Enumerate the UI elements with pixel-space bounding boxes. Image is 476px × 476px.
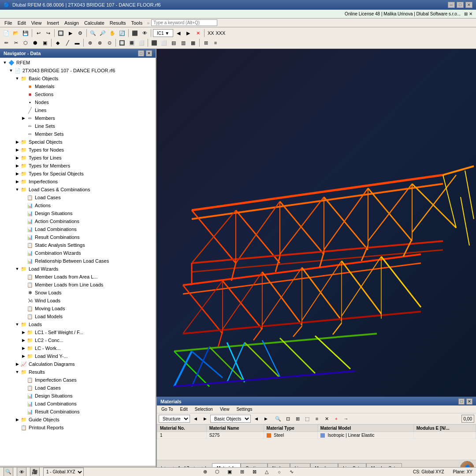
status-tool2[interactable]: ⬡ bbox=[213, 468, 222, 476]
table-row[interactable]: 1 S275 Steel Isotropic | Linear Elastic bbox=[157, 432, 476, 439]
view2[interactable]: ⬜ bbox=[160, 38, 168, 47]
tree-item-line-sets[interactable]: ✏ Line Sets bbox=[0, 122, 156, 130]
tree-item-combination-wizards[interactable]: 📊 Combination Wizards bbox=[0, 249, 156, 257]
tree-item-results[interactable]: ▼ 📁 Results bbox=[0, 368, 156, 376]
tree-item-members[interactable]: ▶ ✏ Members bbox=[0, 114, 156, 122]
tree-item-project[interactable]: ▼ 📄 2TX043 BRIDGE 107 - DANCE FLOOR.rf6 bbox=[0, 67, 156, 74]
node-tool[interactable]: ◆ bbox=[53, 38, 62, 47]
panel-nav-prev[interactable]: ◀ bbox=[252, 414, 260, 423]
tree-item-types-nodes[interactable]: ▶ 📁 Types for Nodes bbox=[0, 146, 156, 154]
panel-filter3[interactable]: ⬚ bbox=[303, 414, 312, 423]
status-btn2[interactable]: 👁 bbox=[17, 467, 26, 476]
tree-item-lc4[interactable]: ▶ 📁 Load Wind Y-... bbox=[0, 352, 156, 360]
minimize-button[interactable]: ─ bbox=[448, 2, 455, 8]
tree-item-snow-loads[interactable]: ❄ Snow Loads bbox=[0, 289, 156, 297]
menu-file[interactable]: File bbox=[2, 19, 15, 26]
cross-button[interactable]: ✕ bbox=[193, 29, 202, 37]
tool1-button[interactable]: ✏ bbox=[2, 38, 11, 47]
save-button[interactable]: 💾 bbox=[21, 29, 30, 37]
panel-menu-edit[interactable]: Edit bbox=[178, 406, 190, 412]
tool4-button[interactable]: ⬢ bbox=[31, 38, 40, 47]
tree-item-guide-objects[interactable]: ▶ 📁 Guide Objects bbox=[0, 416, 156, 424]
tree-item-types-lines[interactable]: ▶ 📁 Types for Lines bbox=[0, 154, 156, 162]
panel-menu-selection[interactable]: Selection bbox=[192, 406, 216, 412]
close-button[interactable]: ✕ bbox=[465, 2, 472, 8]
view4[interactable]: ▥ bbox=[179, 38, 188, 47]
maximize-button[interactable]: □ bbox=[457, 2, 464, 8]
member-tool[interactable]: ▬ bbox=[73, 38, 82, 47]
prev-button[interactable]: ◀ bbox=[174, 29, 183, 37]
view1[interactable]: ⬛ bbox=[150, 38, 159, 47]
tree-item-materials[interactable]: ■ Materials bbox=[0, 82, 156, 90]
tree-item-basic-objects[interactable]: ▼ 📁 Basic Objects bbox=[0, 74, 156, 82]
status-tool5[interactable]: ⊠ bbox=[250, 468, 259, 476]
menu-view[interactable]: View bbox=[29, 19, 45, 26]
status-tool7[interactable]: ○ bbox=[275, 468, 283, 476]
tool3-button[interactable]: ⬡ bbox=[21, 38, 30, 47]
panel-add-btn[interactable]: + bbox=[332, 414, 341, 423]
tree-item-sections[interactable]: ■ Sections bbox=[0, 90, 156, 98]
view3[interactable]: ▤ bbox=[169, 38, 178, 47]
tree-item-lc2[interactable]: ▶ 📁 LC2 - Conc... bbox=[0, 336, 156, 344]
tree-item-member-sets[interactable]: ✏ Member Sets bbox=[0, 130, 156, 138]
panel-filter1[interactable]: ⊡ bbox=[283, 414, 292, 423]
snap2[interactable]: ⊗ bbox=[95, 38, 104, 47]
panel-export-btn[interactable]: → bbox=[342, 414, 350, 423]
open-button[interactable]: 📂 bbox=[11, 29, 20, 37]
tree-item-static-analysis[interactable]: 📋 Static Analysis Settings bbox=[0, 241, 156, 249]
calc-button[interactable]: ⚙ bbox=[76, 29, 85, 37]
status-tool3[interactable]: ▣ bbox=[225, 468, 234, 476]
menu-assign[interactable]: Assign bbox=[62, 19, 82, 26]
status-btn3[interactable]: 🎥 bbox=[30, 467, 40, 476]
panel-prev-btn[interactable]: ◀ bbox=[191, 414, 200, 423]
tree-item-load-wizards[interactable]: ▼ 📁 Load Wizards bbox=[0, 265, 156, 273]
tree-item-load-cases[interactable]: 📋 Load Cases bbox=[0, 193, 156, 201]
render-button[interactable]: ▶ bbox=[66, 29, 75, 37]
panel-filter2[interactable]: ⊞ bbox=[293, 414, 302, 423]
tree-container[interactable]: ▼ 🔷 RFEM ▼ 📄 2TX043 BRIDGE 107 - DANCE F… bbox=[0, 58, 156, 466]
tool5-button[interactable]: ▣ bbox=[41, 38, 49, 47]
panel-restore-button[interactable]: □ bbox=[458, 398, 465, 405]
menu-insert[interactable]: Insert bbox=[44, 19, 62, 26]
panel-menu-view[interactable]: View bbox=[217, 406, 232, 412]
tree-item-rfem[interactable]: ▼ 🔷 RFEM bbox=[0, 59, 156, 67]
tree-item-imperfections[interactable]: ▶ 📁 Imperfections bbox=[0, 178, 156, 186]
tree-item-member-loads-line[interactable]: 📋 Member Loads from Line Loads bbox=[0, 281, 156, 289]
structure-dropdown[interactable]: Structure bbox=[159, 415, 190, 423]
extra-b[interactable]: ≡ bbox=[211, 38, 220, 47]
tree-item-imperfection-cases[interactable]: 📋 Imperfection Cases bbox=[0, 376, 156, 384]
tree-item-design-situations[interactable]: 📊 Design Situations bbox=[0, 209, 156, 217]
next-button[interactable]: ▶ bbox=[184, 29, 193, 37]
pan-button[interactable]: ✋ bbox=[108, 29, 117, 37]
tree-item-lc3[interactable]: ▶ 📁 LC - Work... bbox=[0, 344, 156, 352]
tree-item-actions[interactable]: 📊 Actions bbox=[0, 201, 156, 209]
nav-restore-button[interactable]: □ bbox=[138, 50, 144, 56]
status-tool8[interactable]: ∿ bbox=[287, 468, 296, 476]
panel-close-button[interactable]: ✕ bbox=[466, 398, 472, 405]
redo-button[interactable]: ↪ bbox=[44, 29, 52, 37]
tree-item-relationship[interactable]: 📊 Relationship Between Load Cases bbox=[0, 257, 156, 265]
panel-menu-goto[interactable]: Go To bbox=[159, 406, 176, 412]
zoom-out-button[interactable]: 🔎 bbox=[98, 29, 107, 37]
tree-item-printout-reports[interactable]: 📋 Printout Reports bbox=[0, 424, 156, 431]
tree-item-lines[interactable]: ╱ Lines bbox=[0, 106, 156, 114]
select-button[interactable]: ⬛ bbox=[130, 29, 139, 37]
zoom-in-button[interactable]: 🔍 bbox=[89, 29, 97, 37]
line-tool[interactable]: ╱ bbox=[63, 38, 72, 47]
tree-item-member-loads-area[interactable]: 📋 Member Loads from Area L... bbox=[0, 273, 156, 281]
tree-item-load-cases-combinations[interactable]: ▼ 📁 Load Cases & Combinations bbox=[0, 186, 156, 193]
extra-a[interactable]: ⊞ bbox=[201, 38, 210, 47]
panel-menu-settings[interactable]: Settings bbox=[234, 406, 255, 412]
tree-item-calc-diagrams[interactable]: ▶ 📈 Calculation Diagrams bbox=[0, 360, 156, 368]
view5[interactable]: ▦ bbox=[189, 38, 197, 47]
tree-item-loads[interactable]: ▼ 📁 Loads bbox=[0, 320, 156, 328]
menu-results[interactable]: Results bbox=[107, 19, 129, 26]
status-tool6[interactable]: △ bbox=[262, 468, 271, 476]
tool2-button[interactable]: ✂ bbox=[11, 38, 20, 47]
nav-close-button[interactable]: ✕ bbox=[146, 50, 152, 56]
tree-item-load-models[interactable]: 📋 Load Models bbox=[0, 312, 156, 320]
display3[interactable]: ⬜ bbox=[137, 38, 146, 47]
tree-item-types-special[interactable]: ▶ 📁 Types for Special Objects bbox=[0, 170, 156, 178]
panel-filter4[interactable]: ≡ bbox=[312, 414, 321, 423]
menu-calculate[interactable]: Calculate bbox=[82, 19, 107, 26]
